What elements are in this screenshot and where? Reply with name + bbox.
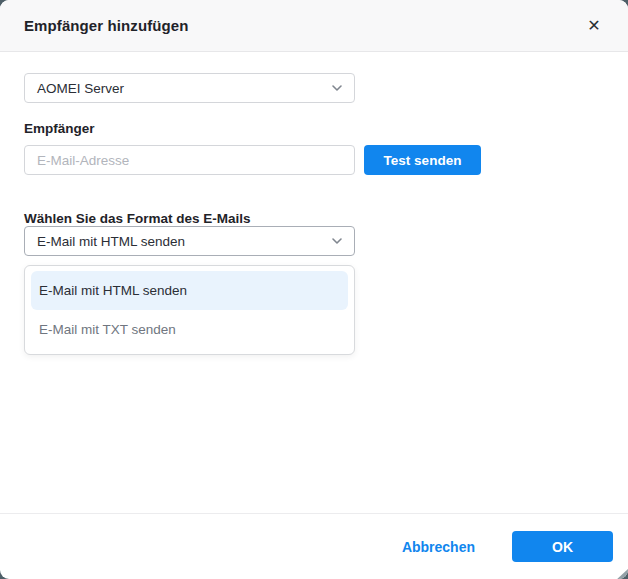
dropdown-option-txt[interactable]: E-Mail mit TXT senden bbox=[31, 310, 348, 349]
dropdown-option-html[interactable]: E-Mail mit HTML senden bbox=[31, 271, 348, 310]
dialog-content: AOMEI Server Empfänger Test senden Wähle… bbox=[0, 52, 628, 513]
ok-button[interactable]: OK bbox=[512, 531, 613, 562]
close-icon[interactable]: ✕ bbox=[582, 14, 606, 38]
format-select-value: E-Mail mit HTML senden bbox=[37, 234, 330, 249]
add-recipient-dialog: Empfänger hinzufügen ✕ AOMEI Server Empf… bbox=[0, 0, 628, 579]
email-input[interactable] bbox=[24, 145, 355, 175]
format-label: Wählen Sie das Format des E-Mails bbox=[24, 211, 604, 226]
chevron-down-icon bbox=[330, 234, 344, 248]
cancel-button[interactable]: Abbrechen bbox=[402, 539, 475, 555]
chevron-down-icon bbox=[330, 81, 344, 95]
send-test-button[interactable]: Test senden bbox=[364, 145, 481, 175]
dialog-title: Empfänger hinzufügen bbox=[24, 17, 582, 34]
recipient-row: Test senden bbox=[24, 145, 604, 175]
server-select-value: AOMEI Server bbox=[37, 81, 330, 96]
format-select[interactable]: E-Mail mit HTML senden bbox=[24, 226, 355, 256]
dialog-header: Empfänger hinzufügen ✕ bbox=[0, 0, 628, 52]
resize-grip-icon[interactable] bbox=[615, 567, 628, 579]
format-dropdown-panel: E-Mail mit HTML senden E-Mail mit TXT se… bbox=[24, 265, 355, 355]
server-select[interactable]: AOMEI Server bbox=[24, 73, 355, 103]
recipient-label: Empfänger bbox=[24, 121, 604, 136]
dialog-footer: Abbrechen OK bbox=[0, 513, 628, 579]
